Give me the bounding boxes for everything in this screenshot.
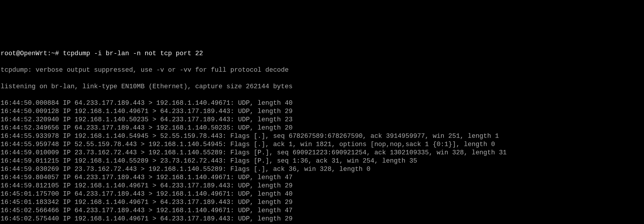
command-line: root@OpenWrt:~# tcpdump -i br-lan -n not…: [1, 50, 643, 58]
typed-command: tcpdump -i br-lan -n not tcp port 22: [63, 50, 203, 57]
shell-prompt: root@OpenWrt:~#: [1, 50, 63, 57]
packet-line: 16:44:52.320940 IP 192.168.1.140.50235 >…: [1, 116, 643, 124]
tcpdump-header-2: listening on br-lan, link-type EN10MB (E…: [1, 83, 643, 91]
packet-line: 16:44:59.812105 IP 192.168.1.140.49671 >…: [1, 182, 643, 190]
packet-line: 16:44:50.000884 IP 64.233.177.189.443 > …: [1, 99, 643, 107]
packet-line: 16:45:02.566466 IP 64.233.177.189.443 > …: [1, 207, 643, 215]
packet-line: 16:44:55.959748 IP 52.55.159.78.443 > 19…: [1, 140, 643, 149]
packet-line: 16:45:01.183342 IP 192.168.1.140.49671 >…: [1, 198, 643, 207]
packet-line: 16:44:59.010009 IP 23.73.162.72.443 > 19…: [1, 149, 643, 157]
packet-line: 16:44:59.011215 IP 192.168.1.140.55289 >…: [1, 157, 643, 165]
packet-lines-container: 16:44:50.000884 IP 64.233.177.189.443 > …: [1, 99, 643, 223]
packet-line: 16:44:52.349656 IP 64.233.177.189.443 > …: [1, 124, 643, 132]
tcpdump-header-1: tcpdump: verbose output suppressed, use …: [1, 66, 643, 74]
packet-line: 16:44:59.804057 IP 64.233.177.189.443 > …: [1, 174, 643, 182]
terminal-output[interactable]: root@OpenWrt:~# tcpdump -i br-lan -n not…: [0, 41, 644, 224]
packet-line: 16:44:59.030269 IP 23.73.162.72.443 > 19…: [1, 165, 643, 174]
packet-line: 16:45:01.175700 IP 64.233.177.189.443 > …: [1, 190, 643, 198]
packet-line: 16:45:02.575440 IP 192.168.1.140.49671 >…: [1, 215, 643, 223]
packet-line: 16:44:50.009128 IP 192.168.1.140.49671 >…: [1, 107, 643, 116]
packet-line: 16:44:55.933978 IP 192.168.1.140.54945 >…: [1, 132, 643, 140]
